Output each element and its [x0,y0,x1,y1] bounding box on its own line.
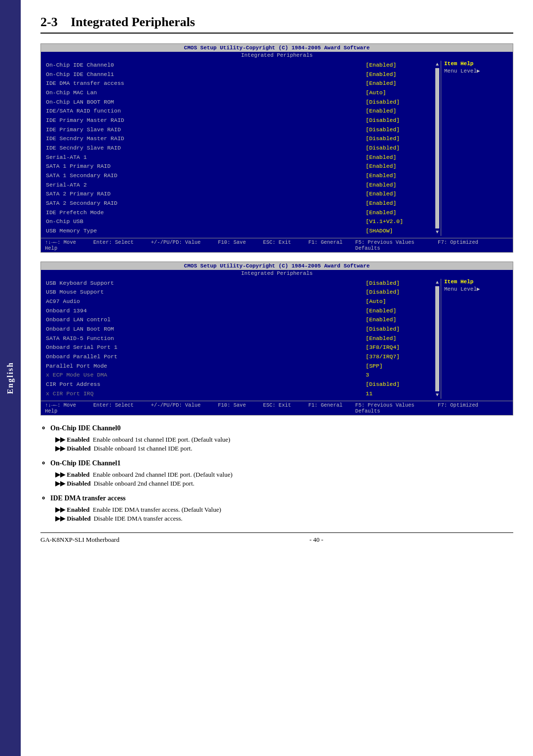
bios1-row-label-14: SATA 2 Primary RAID [46,190,366,198]
bios2-row-9[interactable]: Parallel Port Mode[SPP] [44,362,432,371]
bios2-row-value-9: [SPP] [366,362,430,371]
bios1-subtitle: Integrated Peripherals [41,52,513,59]
desc-text-1-1: Disable onboard 2nd channel IDE port. [94,480,513,488]
bios1-row-label-4: On-Chip LAN BOOT ROM [46,98,366,107]
bios1-row-8[interactable]: IDE Secndry Master RAID[Disabled] [44,134,432,144]
bios1-row-16[interactable]: IDE Prefetch Mode[Enabled] [44,208,432,218]
bios1-row-14[interactable]: SATA 2 Primary RAID[Enabled] [44,189,432,199]
bios1-row-12[interactable]: SATA 1 Secondary RAID[Enabled] [44,171,432,181]
scroll-down-arrow-2[interactable]: ▼ [436,392,439,398]
bios-screen-1: CMOS Setup Utility-Copyright (C) 1984-20… [40,43,513,253]
bios1-row-value-7: [Disabled] [366,126,430,134]
bios2-row-1[interactable]: USB Mouse Support[Disabled] [44,288,432,297]
desc-text-0-1: Disable onboard 1st channel IDE port. [94,445,513,453]
bios2-row-11[interactable]: CIR Port Address[Disabled] [44,380,432,389]
bios1-row-6[interactable]: IDE Primary Master RAID[Disabled] [44,116,432,125]
bios1-row-label-0: On-Chip IDE Channel0 [46,61,366,70]
bios2-body: USB Keyboard Support[Disabled]USB Mouse … [41,277,513,401]
bios2-footer-right: F5: Previous Values F7: Optimized Defaul… [355,402,509,414]
bios2-row-6[interactable]: SATA RAID-5 Function[Enabled] [44,334,432,343]
desc-text-2-0: Enable IDE DMA transfer access. (Default… [93,506,513,514]
bios1-row-label-1: On-Chip IDE Channel1 [46,71,366,79]
bios1-esc: ESC: Exit [263,239,291,245]
bios2-row-12[interactable]: x CIR Port IRQ11 [44,389,432,399]
bios1-row-2[interactable]: IDE DMA transfer access[Enabled] [44,79,432,88]
bios1-row-3[interactable]: On-Chip MAC Lan[Auto] [44,88,432,98]
bios1-row-value-9: [Disabled] [366,144,430,152]
desc-heading-ide-dma-transfer-access: ⚬IDE DMA transfer access [40,494,513,503]
bios1-row-5[interactable]: IDE/SATA RAID function[Enabled] [44,107,432,116]
bios1-row-17[interactable]: On-Chip USB[V1.1+V2.0] [44,217,432,227]
bios1-row-15[interactable]: SATA 2 Secondary RAID[Enabled] [44,199,432,208]
bios1-row-label-8: IDE Secndry Master RAID [46,135,366,143]
bios1-row-10[interactable]: Serial-ATA 1[Enabled] [44,153,432,162]
bios2-row-label-9: Parallel Port Mode [46,362,366,371]
bios1-footer-right: F5: Previous Values F7: Optimized Defaul… [355,239,509,251]
bios1-row-11[interactable]: SATA 1 Primary RAID[Enabled] [44,162,432,171]
bios2-esc: ESC: Exit [263,402,291,408]
footer-center: - 40 - [309,536,323,544]
bios1-row-value-1: [Enabled] [366,71,430,79]
bios1-row-0[interactable]: On-Chip IDE Channel0[Enabled] [44,61,432,70]
bios1-row-value-10: [Enabled] [366,153,430,162]
chapter-title: Integrated Peripherals [71,15,195,29]
desc-heading-on-chip-ide-channel0: ⚬On-Chip IDE Channel0 [40,424,513,433]
desc-item-1-1: ▶▶ DisabledDisable onboard 2nd channel I… [55,480,513,488]
bios1-row-label-18: USB Memory Type [46,227,366,235]
bios1-help-title: Item Help [444,61,510,67]
bios1-row-value-11: [Enabled] [366,162,430,171]
desc-bullet-0-0: ▶▶ Enabled [55,436,90,444]
desc-bullet-1-1: ▶▶ Disabled [55,480,91,488]
scroll-up-arrow-2[interactable]: ▲ [436,280,439,285]
bios1-row-7[interactable]: IDE Primary Slave RAID[Disabled] [44,125,432,135]
bios1-row-value-0: [Enabled] [366,61,430,70]
bios2-row-value-2: [Auto] [366,298,430,306]
desc-section-ide-dma-transfer-access: ⚬IDE DMA transfer access▶▶ EnabledEnable… [40,494,513,523]
bios1-enter: Enter: Select [93,239,134,245]
bios2-row-7[interactable]: Onboard Serial Port 1[3F8/IRQ4] [44,343,432,352]
page-footer: GA-K8NXP-SLI Motherboard - 40 - [40,532,513,544]
bios1-row-value-6: [Disabled] [366,116,430,125]
pointer-icon-1: ⚬ [40,459,46,468]
bios2-row-10[interactable]: x ECP Mode Use DMA3 [44,371,432,380]
bios-screen-2: CMOS Setup Utility-Copyright (C) 1984-20… [40,262,513,416]
bios2-row-value-11: [Disabled] [366,380,430,389]
bios2-row-label-8: Onboard Parallel Port [46,353,366,361]
desc-section-on-chip-ide-channel0: ⚬On-Chip IDE Channel0▶▶ EnabledEnable on… [40,424,513,453]
desc-title-1: On-Chip IDE Channel1 [50,459,120,467]
bios2-row-value-1: [Disabled] [366,288,430,297]
bios2-value: +/-/PU/PD: Value [151,402,201,408]
bios1-row-13[interactable]: Serial-ATA 2[Enabled] [44,181,432,190]
bios1-row-value-4: [Disabled] [366,98,430,107]
desc-bullet-2-1: ▶▶ Disabled [55,515,91,523]
bios2-row-5[interactable]: Onboard LAN Boot ROM[Disabled] [44,325,432,334]
bios1-row-9[interactable]: IDE Secndry Slave RAID[Disabled] [44,144,432,153]
bios2-row-value-7: [3F8/IRQ4] [366,343,430,352]
scroll-up-arrow[interactable]: ▲ [436,62,439,67]
bios2-row-label-0: USB Keyboard Support [46,279,366,288]
bios1-row-18[interactable]: USB Memory Type[SHADOW] [44,227,432,236]
bios2-row-8[interactable]: Onboard Parallel Port[378/IRQ7] [44,352,432,362]
bios2-row-value-10: 3 [366,371,430,379]
bios2-row-4[interactable]: Onboard LAN control[Enabled] [44,315,432,325]
desc-item-2-0: ▶▶ EnabledEnable IDE DMA transfer access… [55,506,513,514]
bios1-row-1[interactable]: On-Chip IDE Channel1[Enabled] [44,70,432,79]
scroll-thumb [435,68,439,228]
bios2-row-value-0: [Disabled] [366,279,430,288]
bios2-row-label-1: USB Mouse Support [46,288,366,297]
bios1-row-value-8: [Disabled] [366,135,430,143]
bios1-f10: F10: Save [218,239,246,245]
desc-item-0-1: ▶▶ DisabledDisable onboard 1st channel I… [55,445,513,453]
bios1-row-4[interactable]: On-Chip LAN BOOT ROM[Disabled] [44,98,432,107]
bios2-row-0[interactable]: USB Keyboard Support[Disabled] [44,279,432,288]
bios2-scrollbar[interactable]: ▲ ▼ [434,279,441,399]
bios2-row-2[interactable]: AC97 Audio[Auto] [44,297,432,306]
scroll-down-arrow[interactable]: ▼ [436,229,439,235]
bios1-row-label-5: IDE/SATA RAID function [46,107,366,115]
bios1-scrollbar[interactable]: ▲ ▼ [434,61,441,236]
bios2-f5: F5: Previous Values [355,402,415,408]
bios1-f5: F5: Previous Values [355,239,415,245]
bios2-row-3[interactable]: Onboard 1394[Enabled] [44,306,432,316]
bios1-main-col: On-Chip IDE Channel0[Enabled]On-Chip IDE… [44,61,434,236]
desc-item-1-0: ▶▶ EnabledEnable onboard 2nd channel IDE… [55,471,513,479]
